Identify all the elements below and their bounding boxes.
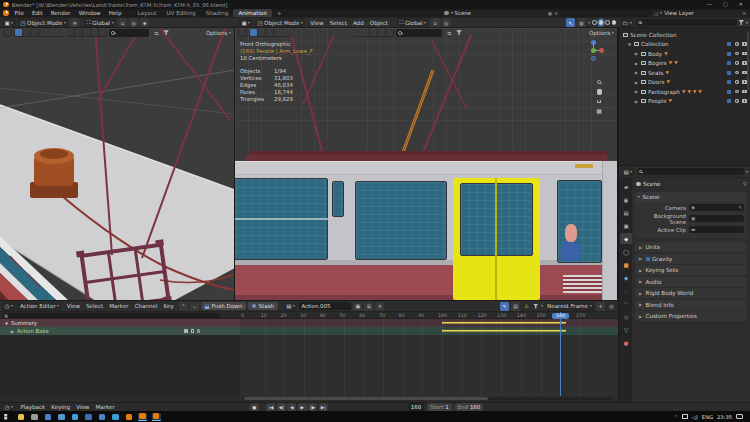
workspace-tab-shading[interactable]: Shading [201, 9, 234, 17]
add-icon[interactable]: + [596, 302, 605, 311]
layer-up-icon[interactable]: ⌃ [179, 302, 188, 311]
properties-tab-material[interactable]: ● [620, 337, 632, 348]
push-down-button[interactable]: ⬓Push Down [201, 302, 246, 311]
timeline-menu-marker[interactable]: Marker [92, 404, 117, 410]
panel-rigid-body-world[interactable]: ▶Rigid Body World [635, 288, 747, 298]
prev-keyframe-button[interactable]: ◀| [277, 403, 286, 411]
move-tool-icon[interactable] [47, 29, 55, 36]
minimize-button[interactable]: — [703, 0, 716, 9]
taskbar-app-2-icon[interactable] [44, 413, 53, 421]
snap-magnet-icon[interactable]: ∪ [431, 18, 440, 27]
gizmo-y-axis[interactable] [591, 48, 596, 53]
scale-tool-icon[interactable] [66, 29, 74, 36]
volume-icon[interactable]: ◁) [692, 414, 698, 420]
menu-file[interactable]: File [11, 9, 28, 17]
menu-render[interactable]: Render [47, 9, 75, 17]
hide-eye-icon[interactable] [735, 90, 740, 93]
outliner-row-pantograph[interactable]: ▶Pantograph▼▼▼▼ [619, 87, 750, 96]
proportional-edit-icon[interactable]: ◎ [129, 18, 138, 27]
channel-search-input[interactable] [2, 313, 220, 319]
viewport-search-input[interactable] [396, 29, 442, 37]
exclude-checkbox[interactable] [727, 71, 731, 75]
properties-tab-constraints[interactable]: ◇ [620, 311, 632, 322]
play-reverse-button[interactable]: ◀ [287, 403, 296, 411]
taskbar-blender-2-icon[interactable] [138, 413, 147, 421]
properties-tab-output[interactable]: ▤ [620, 207, 632, 218]
properties-tab-render[interactable]: ◉ [620, 194, 632, 205]
panel-audio[interactable]: ▶Audio [635, 277, 747, 287]
camera-view-icon[interactable] [597, 100, 602, 103]
options-menu[interactable]: Options [589, 30, 614, 36]
scene-panel-header[interactable]: Scene [635, 192, 747, 202]
timeline-menu-view[interactable]: View [73, 404, 92, 410]
unlink-action-icon[interactable]: ✕ [375, 302, 384, 311]
shading-material-icon[interactable] [605, 20, 610, 25]
render-camera-icon[interactable] [742, 99, 747, 102]
menu-help[interactable]: Help [105, 9, 126, 17]
dopesheet-menu-key[interactable]: Key [161, 303, 177, 309]
measure-tool-icon[interactable] [91, 29, 99, 36]
menu-window[interactable]: Window [75, 9, 105, 17]
mode-options-icon[interactable]: ≡ [70, 18, 79, 27]
exclude-checkbox[interactable] [727, 61, 731, 65]
lock-icon[interactable] [197, 329, 200, 333]
mirror-options-icon[interactable]: ⇆ [152, 28, 161, 37]
next-keyframe-button[interactable]: |▶ [308, 403, 317, 411]
viewport-3d-right[interactable]: Front Orthographic (160) People | Arm_Lo… [235, 28, 618, 300]
measure-tool-icon[interactable] [386, 29, 394, 36]
proportional-edit-icon[interactable]: ◎ [607, 302, 616, 311]
proportional-edit-icon[interactable]: ◎ [442, 18, 451, 27]
shading-solid-icon[interactable] [599, 20, 604, 25]
viewport-3d-left[interactable]: ⇆ Options [0, 28, 235, 300]
move-tool-icon[interactable] [282, 29, 290, 36]
unlink-icon[interactable]: ✕ [554, 11, 558, 16]
dope-sheet-editor[interactable]: ◷ Action Editor ViewSelectMarkerChannelK… [0, 300, 618, 402]
properties-panel[interactable]: ▤ ▰◉▤▣◆◯■◆∴◠◇▽● Scene ⚲ Scene Camera◉✎Ba… [618, 165, 750, 402]
options-menu[interactable]: Options [206, 30, 231, 36]
properties-tab-physics[interactable]: ◠ [620, 298, 632, 309]
eyedropper-icon[interactable]: ✎ [738, 205, 742, 210]
outliner-row-doors[interactable]: ▶Doors▼ [619, 78, 750, 87]
properties-tab-modifiers[interactable]: ◆ [620, 272, 632, 283]
mute-checkbox[interactable] [191, 329, 195, 333]
network-icon[interactable] [682, 414, 688, 419]
select-lasso-icon[interactable] [266, 29, 274, 36]
timeline-menu-playback[interactable]: Playback [17, 404, 48, 410]
frame-end-field[interactable]: End160 [455, 403, 484, 411]
viewport-menu-object[interactable]: Object [367, 20, 391, 26]
dopesheet-menu-view[interactable]: View [64, 303, 83, 309]
exclude-checkbox[interactable] [727, 90, 731, 94]
taskbar-browser-icon[interactable] [71, 413, 80, 421]
snap-mode-dropdown[interactable]: Nearest Frame [545, 302, 595, 311]
exclude-checkbox[interactable] [727, 52, 731, 56]
shading-rendered-icon[interactable] [612, 20, 617, 25]
pin-icon[interactable]: ⚲ [743, 181, 747, 187]
hide-eye-icon[interactable] [735, 52, 740, 55]
action-browse-button[interactable]: ▤ [284, 302, 298, 311]
outliner-row-scene-collection[interactable]: Scene Collection [619, 30, 750, 39]
field-active-clip[interactable]: ▬ [689, 226, 744, 233]
expand-arrow-icon[interactable]: ▶ [634, 61, 639, 66]
zoom-icon[interactable] [597, 80, 601, 84]
playhead-line[interactable] [560, 312, 561, 396]
outliner-row-body[interactable]: ▶Body▼ [619, 49, 750, 58]
filter-icon[interactable] [739, 20, 745, 25]
cursor-tool-icon[interactable] [39, 29, 47, 36]
language-indicator[interactable]: ENG [702, 414, 713, 420]
horizontal-scrollbar-thumb[interactable] [244, 397, 488, 400]
expand-arrow-icon[interactable]: ▼ [627, 42, 632, 47]
timeline-menu-keying[interactable]: Keying [48, 404, 73, 410]
hide-eye-icon[interactable] [735, 80, 740, 83]
snap-magnet-icon[interactable]: ∪ [118, 18, 127, 27]
taskbar-file-explorer-icon[interactable] [17, 413, 26, 421]
outliner-row-bogies[interactable]: ▶Bogies▼▼ [619, 59, 750, 68]
gizmo-z-neg-axis[interactable] [591, 56, 596, 61]
annotate-tool-icon[interactable] [83, 29, 91, 36]
outliner-row-people[interactable]: ▶People▼ [619, 97, 750, 106]
properties-tab-particles[interactable]: ∴ [620, 285, 632, 296]
mode-dropdown[interactable]: ◳Object Mode [255, 18, 306, 27]
annotate-tool-icon[interactable] [378, 29, 386, 36]
keyframes-action-bake[interactable] [442, 329, 566, 332]
jump-to-end-button[interactable]: ▶| [319, 403, 328, 411]
jump-to-start-button[interactable]: |◀ [266, 403, 275, 411]
